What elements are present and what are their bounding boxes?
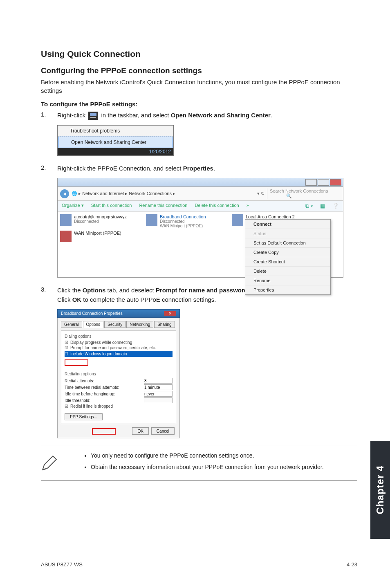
dialing-options-label: Dialing options bbox=[65, 334, 173, 339]
configure-heading: To configure the PPPoE settings: bbox=[41, 101, 357, 108]
footer-left: ASUS P8Z77 WS bbox=[41, 561, 83, 568]
screenshot-network-connections: ◄ 🌐 ▸ Network and Internet ▸ Network Con… bbox=[57, 178, 343, 278]
step-2-end: . bbox=[213, 165, 215, 172]
tab-options[interactable]: Options bbox=[83, 321, 103, 328]
heading-configuring-pppoe: Configuring the PPPoE connection setting… bbox=[41, 66, 357, 75]
step-2-number: 2. bbox=[41, 164, 57, 171]
chapter-tab-label: Chapter 4 bbox=[374, 465, 386, 514]
highlight-box-1 bbox=[65, 359, 88, 366]
view-icon[interactable]: ⧉ ▾ bbox=[305, 203, 313, 209]
toolbar-delete[interactable]: Delete this connection bbox=[195, 203, 239, 209]
toolbar-rename[interactable]: Rename this connection bbox=[139, 203, 187, 209]
connection-icon bbox=[232, 214, 243, 226]
idle-time-input[interactable] bbox=[144, 391, 173, 397]
window-minimize-button[interactable] bbox=[305, 179, 317, 186]
note-icon bbox=[41, 452, 58, 474]
search-icon: 🔍 bbox=[286, 193, 292, 199]
step-1-pre: Right-click bbox=[57, 112, 85, 119]
nav-back-button[interactable]: ◄ bbox=[60, 189, 69, 198]
ctx-rename[interactable]: Rename bbox=[245, 276, 330, 285]
step-1-post: in the taskbar, and select bbox=[101, 112, 169, 119]
chk-include-logon-domain[interactable]: Include Windows logon domain bbox=[65, 351, 173, 357]
breadcrumb-path[interactable]: 🌐 ▸ Network and Internet ▸ Network Conne… bbox=[72, 191, 255, 196]
ctx-status: Status bbox=[245, 229, 330, 238]
window-maximize-button[interactable] bbox=[318, 179, 329, 186]
window-close-button[interactable] bbox=[330, 179, 341, 186]
search-box[interactable]: Search Network Connections 🔍 bbox=[267, 189, 341, 199]
conn-3-title[interactable]: Broadband Connection bbox=[160, 214, 206, 219]
cancel-button[interactable]: Cancel bbox=[151, 427, 175, 435]
footer-right: 4-23 bbox=[347, 561, 357, 568]
tab-security[interactable]: Security bbox=[104, 321, 126, 328]
idle-threshold-input[interactable] bbox=[144, 397, 173, 403]
chk-redial-dropped[interactable]: Redial if line is dropped bbox=[65, 404, 173, 408]
ctx-delete[interactable]: Delete bbox=[245, 267, 330, 276]
s3-l2-b: OK bbox=[72, 296, 82, 303]
connection-icon bbox=[60, 231, 72, 242]
chk-display-progress[interactable]: Display progress while connecting bbox=[65, 340, 173, 345]
step-2-bold: Properties bbox=[183, 165, 213, 172]
redial-attempts-input[interactable] bbox=[144, 378, 173, 384]
s3-l1-pre: Click the bbox=[57, 287, 83, 294]
redialing-options-label: Redialing options bbox=[65, 372, 173, 376]
toolbar-more[interactable]: » bbox=[247, 203, 249, 209]
conn-3-sub2: WAN Miniport (PPPOE) bbox=[160, 224, 206, 228]
ctx-default[interactable]: Set as Default Connection bbox=[245, 238, 330, 248]
ppp-settings-button[interactable]: PPP Settings... bbox=[65, 413, 103, 420]
ctx-copy[interactable]: Create Copy bbox=[245, 248, 330, 257]
chk-prompt-name-password[interactable]: Prompt for name and password, certificat… bbox=[65, 346, 173, 350]
step-2-pre: Right-click the PPPoE Connection, and se… bbox=[57, 165, 183, 172]
step-1-text: Right-click in the taskbar, and select O… bbox=[57, 111, 272, 120]
taskbar-date: 1/20/2012 bbox=[58, 148, 173, 155]
conn-1-sub: Disconnected bbox=[74, 219, 127, 224]
connection-icon bbox=[60, 214, 72, 226]
layout-icon[interactable]: ▦ bbox=[320, 203, 325, 209]
dialog-close-button[interactable]: ✕ bbox=[164, 311, 176, 316]
chapter-tab: Chapter 4 bbox=[370, 441, 390, 539]
tab-networking[interactable]: Networking bbox=[126, 321, 153, 328]
redial-time-input[interactable] bbox=[144, 384, 173, 390]
help-icon[interactable]: ❔ bbox=[332, 203, 339, 209]
step-2: 2. Right-click the PPPoE Connection, and… bbox=[41, 164, 357, 173]
menu-troubleshoot[interactable]: Troubleshoot problems bbox=[58, 126, 173, 137]
s3-l2-post: to complete the auto PPPoE connection se… bbox=[81, 296, 216, 303]
context-menu: Connect Status Set as Default Connection… bbox=[245, 219, 331, 295]
conn-2-title[interactable]: WAN Miniport (PPPOE) bbox=[74, 231, 121, 236]
tab-sharing[interactable]: Sharing bbox=[154, 321, 175, 328]
conn-3-sub: Disconnected bbox=[160, 219, 206, 224]
taskbar-network-icon bbox=[88, 112, 98, 120]
redial-attempts-label: Redial attempts: bbox=[65, 379, 94, 383]
heading-using-quick-connection: Using Quick Connection bbox=[41, 49, 357, 59]
ctx-shortcut[interactable]: Create Shortcut bbox=[245, 257, 330, 267]
dialog-title: Broadband Connection Properties bbox=[61, 311, 123, 316]
menu-open-network-sharing[interactable]: Open Network and Sharing Center bbox=[58, 137, 173, 148]
highlight-box-2 bbox=[92, 428, 116, 435]
s3-l1-b1: Options bbox=[83, 287, 106, 294]
step-3-number: 3. bbox=[41, 286, 57, 293]
screenshot-tray-menu: Troubleshoot problems Open Network and S… bbox=[57, 125, 174, 156]
note-box: You only need to configure the PPPoE con… bbox=[41, 446, 357, 480]
redial-time-label: Time between redial attempts: bbox=[65, 385, 119, 390]
search-placeholder: Search Network Connections bbox=[270, 189, 328, 193]
breadcrumb-text: Network and Internet ▸ Network Connectio… bbox=[82, 191, 175, 196]
note-1: You only need to configure the PPPoE con… bbox=[91, 452, 324, 460]
ok-button[interactable]: OK bbox=[132, 427, 148, 435]
conn-1-title[interactable]: atcdatghjklmnopqrstuvwyz bbox=[74, 214, 127, 219]
ctx-properties[interactable]: Properties bbox=[245, 285, 330, 294]
step-1-number: 1. bbox=[41, 111, 57, 118]
screenshot-properties-dialog: Broadband Connection Properties ✕ Genera… bbox=[57, 309, 180, 438]
intro-text: Before enabling the Network iControl's Q… bbox=[41, 78, 357, 95]
step-1: 1. Right-click in the taskbar, and selec… bbox=[41, 111, 357, 120]
step-1-bold: Open Network and Sharing Center bbox=[171, 112, 271, 119]
ctx-connect[interactable]: Connect bbox=[245, 220, 330, 229]
step-2-text: Right-click the PPPoE Connection, and se… bbox=[57, 164, 215, 173]
step-1-end: . bbox=[271, 112, 272, 119]
window-titlebar bbox=[58, 178, 343, 187]
tab-general[interactable]: General bbox=[61, 321, 82, 328]
idle-threshold-label: Idle threshold: bbox=[65, 398, 90, 403]
connection-icon bbox=[146, 214, 157, 226]
toolbar-start[interactable]: Start this connection bbox=[91, 203, 132, 209]
s3-l1-mid: tab, and deselect bbox=[105, 287, 156, 294]
toolbar-organize[interactable]: Organize ▾ bbox=[62, 203, 84, 209]
conn-4-title[interactable]: Local Area Connection 2 bbox=[246, 214, 295, 219]
